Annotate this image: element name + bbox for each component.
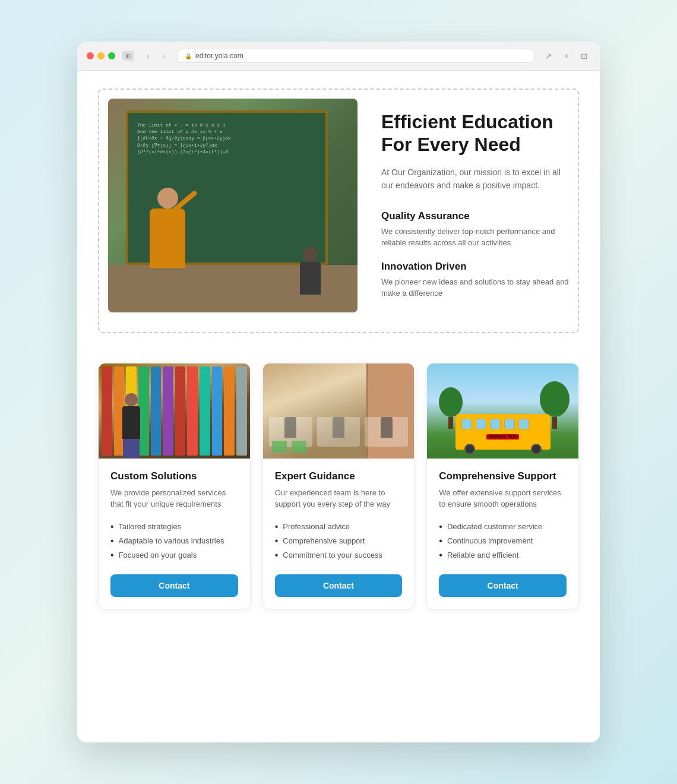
url-text: editor.yola.com xyxy=(195,52,243,60)
list-item: Focused on your goals xyxy=(110,548,238,562)
svg-rect-0 xyxy=(272,441,287,453)
hero-text: Efficient Education For Every Need At Ou… xyxy=(381,99,569,323)
teacher-scene: The limit of x → ∞ is 0 ≤ x ≤ 1 And the … xyxy=(108,99,358,312)
student-silhouette xyxy=(298,247,322,295)
student-head xyxy=(303,247,318,262)
library-person xyxy=(116,393,146,459)
bus-window xyxy=(476,419,486,429)
feature-innovation-desc: We pioneer new ideas and solutions to st… xyxy=(381,276,569,299)
card-title-3: Comprehensive Support xyxy=(439,470,567,482)
browser-window: ◧ ‹ › 🔒 editor.yola.com ↗ ＋ ⊡ xyxy=(77,42,600,742)
svg-rect-1 xyxy=(292,441,306,453)
feature-quality-assurance: Quality Assurance We consistently delive… xyxy=(381,210,569,249)
bus-window xyxy=(490,419,501,429)
card-list-3: Dedicated customer service Continuous im… xyxy=(439,520,567,562)
bus-window xyxy=(461,419,472,429)
lock-icon: 🔒 xyxy=(185,53,192,59)
list-item: Adaptable to various industries xyxy=(110,534,238,548)
classroom-image xyxy=(263,363,415,459)
forward-button[interactable]: › xyxy=(157,49,170,62)
hero-description: At Our Organization, our mission is to e… xyxy=(381,166,569,192)
card-desc-2: Our experienced team is here to support … xyxy=(275,487,403,510)
student-sitting xyxy=(381,417,393,438)
student-sitting xyxy=(333,417,344,438)
bus-window xyxy=(518,419,529,429)
card-comprehensive-support: SCHOOL BUS Comprehensive Support We offe… xyxy=(426,363,579,609)
feature-innovation-driven: Innovation Driven We pioneer new ideas a… xyxy=(381,261,569,299)
page-content: The limit of x → ∞ is 0 ≤ x ≤ 1 And the … xyxy=(77,71,600,742)
person-body xyxy=(122,406,140,439)
close-button[interactable] xyxy=(87,52,94,59)
teacher-body xyxy=(150,208,185,268)
card-list-2: Professional advice Comprehensive suppor… xyxy=(275,520,403,562)
tree-top xyxy=(540,381,570,417)
bus-image: SCHOOL BUS xyxy=(427,363,578,459)
card-title-1: Custom Solutions xyxy=(110,470,238,482)
card-custom-solutions: Custom Solutions We provide personalized… xyxy=(98,363,251,609)
contact-button-1[interactable]: Contact xyxy=(110,574,238,597)
browser-chrome: ◧ ‹ › 🔒 editor.yola.com ↗ ＋ ⊡ xyxy=(77,42,600,71)
list-item: Reliable and efficient xyxy=(439,548,567,562)
card-body-1: Custom Solutions We provide personalized… xyxy=(99,459,250,609)
bus-wheels xyxy=(455,444,551,454)
list-item: Commitment to your success xyxy=(275,548,403,562)
back-button[interactable]: ‹ xyxy=(141,49,154,62)
contact-button-2[interactable]: Contact xyxy=(275,574,403,597)
teacher-figure xyxy=(144,188,191,295)
hero-section: The limit of x → ∞ is 0 ≤ x ≤ 1 And the … xyxy=(98,88,579,333)
person-head xyxy=(125,393,138,406)
chalk-writing: The limit of x → ∞ is 0 ≤ x ≤ 1 And the … xyxy=(128,113,325,164)
maximize-button[interactable] xyxy=(108,52,115,59)
card-desc-1: We provide personalized services that fi… xyxy=(110,487,238,510)
list-item: Comprehensive support xyxy=(275,534,403,548)
school-bus: SCHOOL BUS xyxy=(455,414,551,450)
card-list-1: Tailored strategies Adaptable to various… xyxy=(110,520,238,562)
list-item: Dedicated customer service xyxy=(439,520,567,534)
hero-title: Efficient Education For Every Need xyxy=(381,110,569,156)
feature-innovation-title: Innovation Driven xyxy=(381,261,569,273)
chairs-svg xyxy=(269,432,317,456)
tree-trunk xyxy=(552,417,557,429)
bus-window xyxy=(504,419,515,429)
desk xyxy=(317,417,360,447)
feature-quality-desc: We consistently deliver top-notch perfor… xyxy=(381,226,569,249)
cards-section: Custom Solutions We provide personalized… xyxy=(98,363,579,609)
card-body-2: Expert Guidance Our experienced team is … xyxy=(263,459,415,609)
list-item: Professional advice xyxy=(275,520,403,534)
card-expert-guidance: Expert Guidance Our experienced team is … xyxy=(262,363,415,609)
tab-view-icon[interactable]: ◧ xyxy=(122,51,134,61)
nav-arrows: ‹ › xyxy=(141,49,170,62)
tree-top xyxy=(439,387,463,417)
traffic-lights xyxy=(87,52,115,59)
new-tab-button[interactable]: ＋ xyxy=(559,49,572,62)
tree-trunk xyxy=(448,417,453,429)
card-title-2: Expert Guidance xyxy=(275,470,403,482)
share-button[interactable]: ↗ xyxy=(542,49,555,62)
hero-image: The limit of x → ∞ is 0 ≤ x ≤ 1 And the … xyxy=(108,99,358,312)
minimize-button[interactable] xyxy=(97,52,105,59)
card-body-3: Comprehensive Support We offer extensive… xyxy=(427,459,578,609)
desk xyxy=(365,417,408,447)
person-legs xyxy=(123,439,140,459)
hero-image-container: The limit of x → ∞ is 0 ≤ x ≤ 1 And the … xyxy=(108,99,358,323)
contact-button-3[interactable]: Contact xyxy=(439,574,567,597)
list-item: Tailored strategies xyxy=(110,520,238,534)
student-body xyxy=(300,262,321,295)
list-item: Continuous improvement xyxy=(439,534,567,548)
more-options-button[interactable]: ⊡ xyxy=(577,49,590,62)
bus-wheel xyxy=(464,444,475,454)
teacher-head xyxy=(157,188,178,208)
feature-quality-title: Quality Assurance xyxy=(381,210,569,222)
card-desc-3: We offer extensive support services to e… xyxy=(439,487,567,510)
bus-wheel xyxy=(531,444,542,454)
address-bar[interactable]: 🔒 editor.yola.com xyxy=(177,49,534,63)
browser-actions: ↗ ＋ ⊡ xyxy=(542,49,590,62)
bus-windows xyxy=(455,414,551,434)
bus-label: SCHOOL BUS xyxy=(486,434,519,440)
library-image xyxy=(99,363,250,459)
